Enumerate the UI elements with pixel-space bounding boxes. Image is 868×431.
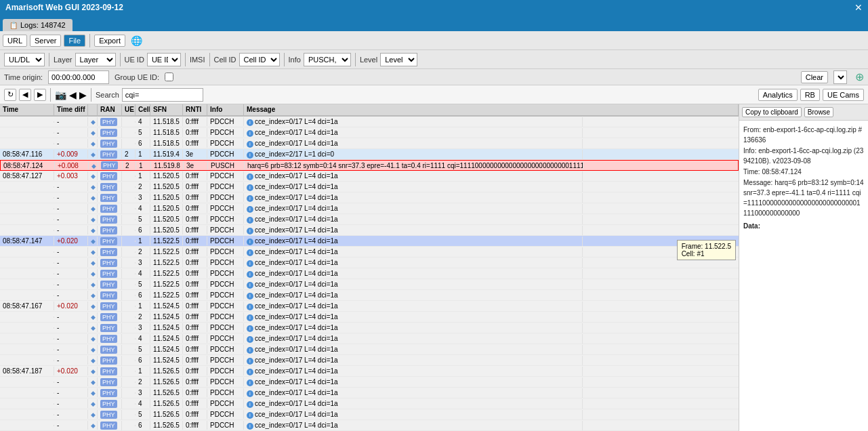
table-row[interactable]: -◆PHY211.520.50:ffffPDCCHicce_index=0/17… [0,182,739,192]
table-row[interactable]: -◆PHY211.526.50:ffffPDCCHicce_index=0/17… [0,377,739,388]
table-row[interactable]: -◆PHY611.520.50:ffffPDCCHicce_index=0/17… [0,225,739,236]
table-row[interactable]: -◆PHY511.524.50:ffffPDCCHicce_index=0/17… [0,344,739,355]
search-sep [50,88,51,102]
table-row[interactable]: 08:58:47.127+0.003◆PHY111.520.50:ffffPDC… [0,171,739,182]
search-input[interactable] [122,88,203,102]
close-icon[interactable]: ✕ [854,2,863,13]
table-row[interactable]: -◆PHY611.518.50:ffffPDCCHicce_index=0/17… [0,138,739,149]
search-label: Search [96,91,119,99]
search-sep2 [91,88,91,102]
th-timediff[interactable]: Time diff [54,104,88,115]
file-button[interactable]: File [64,35,85,47]
detail-data: Data: [743,221,864,231]
th-ueid[interactable]: UE ID [122,104,136,115]
back-icon-button[interactable]: ◀ [19,89,31,101]
ue-id-label: UE ID [125,56,144,64]
table-row[interactable]: -◆PHY511.522.50:ffffPDCCHicce_index=0/17… [0,279,739,290]
right-panel-toolbar: Copy to clipboard Browse [739,104,868,121]
rb-button[interactable]: RB [800,89,820,101]
cell-id-label: Cell ID [214,56,236,64]
clear-select[interactable]: ▾ [833,70,847,84]
nav-right-icon[interactable]: ▶ [79,89,87,100]
table-row[interactable]: -◆PHY411.518.50:ffffPDCCHicce_index=0/17… [0,117,739,127]
th-ran-indicator [88,104,98,115]
detail-time: Time: 08:58:47.124 [743,167,864,177]
forward-icon-button[interactable]: ▶ [34,89,46,101]
refresh-button[interactable]: ↻ [4,89,16,101]
th-info[interactable]: Info [207,104,244,115]
filter-sep-2 [120,53,121,66]
table-row[interactable]: -◆PHY511.518.50:ffffPDCCHicce_index=0/17… [0,127,739,138]
level-select[interactable]: Level [380,53,417,66]
imsi-label: IMSI [190,56,205,64]
browse-button[interactable]: Browse [804,107,833,117]
time-origin-input[interactable] [48,70,109,84]
table-row[interactable]: -◆PHY611.522.50:ffffPDCCHicce_index=0/17… [0,290,739,301]
table-body: -◆PHY411.518.50:ffffPDCCHicce_index=0/17… [0,117,739,431]
group-ue-id-checkbox[interactable] [165,73,173,81]
table-row[interactable]: 08:58:47.116+0.009◆PHY2111.519.43ePDCCHi… [0,149,739,160]
table-row[interactable]: -◆PHY411.526.50:ffffPDCCHicce_index=0/17… [0,398,739,409]
main-toolbar: URL Server File Export 🌐 [0,31,868,50]
time-origin-bar: Time origin: Group UE ID: Clear ▾ ⊕ [0,69,868,85]
table-row[interactable]: 08:58:47.147+0.020◆PHY111.522.50:ffffPDC… [0,236,739,247]
clear-button[interactable]: Clear [801,71,828,83]
cell-id-select[interactable]: Cell ID [239,53,280,66]
table-row[interactable]: 08:58:47.167+0.020◆PHY111.524.50:ffffPDC… [0,301,739,312]
main-area: Time Time diff RAN UE ID Cell SFN RNTI I… [0,104,868,431]
ul-dl-select[interactable]: UL/DL [4,53,45,66]
table-row[interactable]: 08:58:47.124+0.008◆PHY2111.519.83ePUSCHh… [0,160,739,171]
time-origin-label: Time origin: [4,73,43,81]
filter-sep-3 [185,53,186,66]
table-row[interactable]: -◆PHY311.524.50:ffffPDCCHicce_index=0/17… [0,323,739,333]
th-rnti[interactable]: RNTI [183,104,207,115]
table-row[interactable]: -◆PHY311.526.50:ffffPDCCHicce_index=0/17… [0,388,739,398]
group-ue-id-label: Group UE ID: [115,73,159,81]
right-panel-content: From: enb-export-1-6cc-ap-cqi.log.zip #1… [739,121,868,431]
table-row[interactable]: -◆PHY611.526.50:ffffPDCCHicce_index=0/17… [0,420,739,431]
table-row[interactable]: -◆PHY211.524.50:ffffPDCCHicce_index=0/17… [0,312,739,323]
layer-select[interactable]: Layer [75,53,116,66]
app-title: Amarisoft Web GUI 2023-09-12 [5,3,123,12]
detail-message: Message: harq=6 prb=83:12 symb=0:14 snr=… [743,178,864,218]
detail-from: From: enb-export-1-6cc-ap-cqi.log.zip #1… [743,125,864,145]
table-row[interactable]: -◆PHY211.522.50:ffffPDCCHicce_index=0/17… [0,247,739,258]
url-button[interactable]: URL [3,35,27,47]
log-tab-icon: 📋 [9,22,18,29]
log-tab[interactable]: 📋 Logs: 148742 [3,19,73,31]
table-row[interactable]: -◆PHY411.524.50:ffffPDCCHicce_index=0/17… [0,333,739,344]
info-select[interactable]: PUSCH, PI [304,53,351,66]
detail-info: Info: enb-export-1-6cc-ap-cqi.log.zip (2… [743,146,864,166]
log-tab-label: Logs: 148742 [20,21,66,29]
th-ran[interactable]: RAN [98,104,122,115]
server-button[interactable]: Server [30,35,61,47]
table-row[interactable]: -◆PHY511.520.50:ffffPDCCHicce_index=0/17… [0,214,739,225]
ue-cams-button[interactable]: UE Cams [823,89,864,101]
filter-sep-1 [49,53,49,66]
th-cell[interactable]: Cell [136,104,150,115]
tabsbar: 📋 Logs: 148742 [0,15,868,31]
add-icon[interactable]: ⊕ [855,70,864,83]
table-row[interactable]: -◆PHY611.524.50:ffffPDCCHicce_index=0/17… [0,355,739,366]
copy-to-clipboard-button[interactable]: Copy to clipboard [742,107,802,117]
table-row[interactable]: -◆PHY411.522.50:ffffPDCCHicce_index=0/17… [0,268,739,279]
export-button[interactable]: Export [94,35,125,47]
globe-icon: 🌐 [131,35,142,46]
filter-sep-5 [284,53,285,66]
right-panel: Copy to clipboard Browse From: enb-expor… [739,104,868,431]
analytics-button[interactable]: Analytics [758,89,798,101]
th-sfn[interactable]: SFN [150,104,183,115]
ue-id-select[interactable]: UE ID [147,53,181,66]
camera-icon: 📷 [55,89,66,100]
table-row[interactable]: -◆PHY411.520.50:ffffPDCCHicce_index=0/17… [0,203,739,214]
log-table: Time Time diff RAN UE ID Cell SFN RNTI I… [0,104,739,431]
titlebar: Amarisoft Web GUI 2023-09-12 ✕ [0,0,868,15]
th-message[interactable]: Message [244,104,739,115]
table-row[interactable]: -◆PHY311.520.50:ffffPDCCHicce_index=0/17… [0,192,739,203]
nav-left-icon[interactable]: ◀ [69,89,77,100]
filterbar: UL/DL Layer Layer UE ID UE ID IMSI Cell … [0,50,868,69]
table-row[interactable]: -◆PHY311.522.50:ffffPDCCHicce_index=0/17… [0,258,739,268]
table-row[interactable]: 08:58:47.187+0.020◆PHY111.526.50:ffffPDC… [0,366,739,377]
th-time[interactable]: Time [0,104,54,115]
table-row[interactable]: -◆PHY511.526.50:ffffPDCCHicce_index=0/17… [0,409,739,420]
